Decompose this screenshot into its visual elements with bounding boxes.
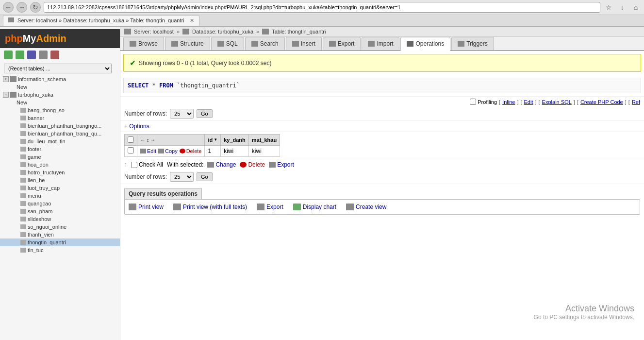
inline-btn[interactable]: Inline	[502, 99, 515, 105]
bookmark-star[interactable]: ☆	[603, 2, 614, 13]
tree-item-tin-tuc[interactable]: tin_tuc	[0, 246, 120, 254]
check-all-label[interactable]: Check All	[131, 161, 163, 168]
tree-item-label: san_pham	[28, 208, 52, 214]
profiling-checkbox-label[interactable]: Profiling	[470, 99, 497, 105]
profiling-checkbox[interactable]	[470, 99, 476, 105]
tab-structure[interactable]: Structure	[165, 37, 210, 50]
explain-sql-btn[interactable]: Explain SQL	[542, 99, 572, 105]
rows-go-button-bottom[interactable]: Go	[197, 172, 213, 181]
tree-toggle[interactable]: +	[3, 76, 9, 82]
tree-item-san-pham[interactable]: san_pham	[0, 207, 120, 215]
address-bar[interactable]	[44, 2, 600, 13]
browse-icon	[130, 41, 136, 47]
tree-item-banner[interactable]: banner	[0, 114, 120, 122]
tab-insert[interactable]: Insert	[286, 37, 322, 50]
rows-select-bottom[interactable]: 2550100250	[170, 172, 194, 182]
nav-left[interactable]: ←	[140, 137, 146, 143]
tab-sql[interactable]: SQL	[211, 37, 244, 50]
tab-close[interactable]: ✕	[190, 17, 194, 23]
tab-search[interactable]: Search	[245, 37, 285, 50]
tree-item-bienluan-phanthan-trangngo---[interactable]: bienluan_phanthan_trangngo...	[0, 122, 120, 130]
export-ops-btn[interactable]: Export	[257, 204, 283, 210]
tree-item-bienluan-phanthan-trang-qu---[interactable]: bienluan_phanthan_trang_qu...	[0, 130, 120, 137]
info-icon[interactable]	[27, 51, 36, 59]
tree-item-bang-thong-so[interactable]: bang_thong_so	[0, 106, 120, 114]
nav-right[interactable]: →	[150, 137, 156, 143]
settings-icon[interactable]	[39, 51, 48, 59]
tree-item-quangcao[interactable]: quangcao	[0, 200, 120, 207]
create-php-code-btn[interactable]: Create PHP Code	[580, 99, 623, 105]
delete-row-btn[interactable]: Delete	[180, 148, 202, 154]
tree-item-turbophu-xuka[interactable]: −turbophu_xuka	[0, 91, 120, 99]
tree-item-new[interactable]: New	[0, 83, 120, 91]
edit-row-btn[interactable]: Edit	[140, 148, 156, 154]
browser-tab[interactable]: Server: localhost » Database: turbophu_x…	[3, 15, 199, 26]
print-view-full-btn[interactable]: Print view (with full texts)	[173, 204, 247, 210]
tree-item-label: so_nguoi_online	[28, 224, 66, 230]
change-selection-btn[interactable]: Change	[207, 161, 236, 168]
tree-item-thongtin-quantri[interactable]: thongtin_quantri	[0, 238, 120, 246]
edit-btn[interactable]: Edit	[524, 99, 533, 105]
tree-item-lien-he[interactable]: lien_he	[0, 176, 120, 184]
col-header-id[interactable]: id ▼	[205, 135, 221, 146]
tree-item-du-lieu-mot-tin[interactable]: du_lieu_mot_tin	[0, 137, 120, 145]
tab-browse[interactable]: Browse	[123, 37, 164, 50]
col-header-mat-khau[interactable]: mat_khau	[248, 135, 280, 146]
exit-icon[interactable]	[50, 51, 59, 59]
row-checkbox[interactable]	[128, 147, 134, 153]
tree-item-label: thanh_vien	[28, 232, 54, 238]
query-results-ops-title: Query results operations	[124, 188, 202, 199]
tree-item-hotro-tructuyen[interactable]: hotro_tructuyen	[0, 169, 120, 176]
rows-go-button-top[interactable]: Go	[197, 109, 213, 118]
triggers-icon	[458, 41, 464, 47]
export-selection-icon	[269, 162, 276, 168]
home-icon[interactable]	[4, 51, 13, 59]
home-button[interactable]: ⌂	[630, 2, 641, 13]
tab-operations[interactable]: Operations	[400, 37, 450, 51]
tab-export[interactable]: Export	[323, 37, 361, 50]
export-selection-btn[interactable]: Export	[269, 161, 294, 168]
pma-logo: phpMyAdmin	[0, 29, 120, 48]
tree-item-game[interactable]: game	[0, 153, 120, 161]
up-arrow[interactable]: ↑	[124, 161, 127, 168]
tree-item-slideshow[interactable]: slideshow	[0, 215, 120, 223]
check-all-checkbox[interactable]	[131, 162, 137, 168]
tree-toggle[interactable]: −	[3, 92, 9, 98]
tree-item-label: hoa_don	[28, 162, 49, 168]
ref-btn[interactable]: Ref	[632, 99, 640, 105]
tree-item-so-nguoi-online[interactable]: so_nguoi_online	[0, 223, 120, 231]
download-button[interactable]: ↓	[617, 2, 627, 13]
options-link[interactable]: + Options	[120, 121, 644, 132]
tree-item-footer[interactable]: footer	[0, 145, 120, 153]
refresh-icon[interactable]	[16, 51, 24, 59]
sort-id-icon[interactable]: ▼	[214, 138, 217, 142]
delete-selection-btn[interactable]: Delete	[240, 161, 265, 168]
rows-select-top[interactable]: 2550100250	[170, 109, 194, 119]
table-icon	[20, 217, 26, 221]
copy-row-btn[interactable]: Copy	[158, 148, 178, 154]
tab-import[interactable]: Import	[362, 37, 399, 50]
create-view-btn[interactable]: Create view	[346, 204, 386, 210]
sql-display: SELECT * FROM `thongtin_quantri`	[123, 78, 641, 93]
back-button[interactable]: ←	[3, 2, 14, 13]
table-icon	[20, 209, 26, 214]
tree-item-thanh-vien[interactable]: thanh_vien	[0, 231, 120, 238]
print-view-btn[interactable]: Print view	[129, 204, 164, 210]
tab-triggers[interactable]: Triggers	[451, 37, 494, 50]
tree-item-luot-truy-cap[interactable]: luot_truy_cap	[0, 184, 120, 192]
recent-tables-select[interactable]: (Recent tables) ...	[4, 64, 112, 73]
col-header-ky-danh[interactable]: ky_danh	[221, 135, 249, 146]
nav-sort[interactable]: ↕	[147, 137, 149, 143]
display-chart-btn[interactable]: Display chart	[293, 204, 336, 210]
tree-item-new[interactable]: New	[0, 99, 120, 106]
tree-item-information-schema[interactable]: +information_schema	[0, 75, 120, 83]
tree-item-menu[interactable]: menu	[0, 192, 120, 200]
select-all-checkbox-top[interactable]	[128, 136, 134, 143]
table-icon	[20, 123, 26, 128]
cell-ky-danh: kiwi	[221, 146, 249, 157]
refresh-button[interactable]: ↻	[30, 2, 41, 13]
tree-item-label: game	[28, 154, 41, 160]
tree-item-label: bienluan_phanthan_trangngo...	[28, 123, 101, 129]
forward-button[interactable]: →	[17, 2, 27, 13]
tree-item-hoa-don[interactable]: hoa_don	[0, 161, 120, 169]
